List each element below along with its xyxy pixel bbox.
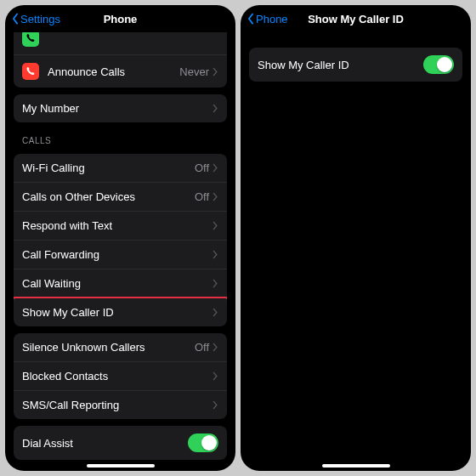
group-silence: Silence Unknown Callers Off Blocked Cont… xyxy=(14,333,227,419)
row-label: My Number xyxy=(22,102,212,115)
chevron-right-icon xyxy=(212,104,218,113)
chevron-right-icon xyxy=(212,400,218,410)
row-my-number[interactable]: My Number xyxy=(14,94,227,122)
row-calls-other-devices[interactable]: Calls on Other Devices Off xyxy=(14,182,227,211)
chevron-right-icon xyxy=(212,163,218,173)
row-respond-text[interactable]: Respond with Text xyxy=(14,211,227,240)
back-button[interactable]: Phone xyxy=(246,13,288,26)
right-screen: Phone Show My Caller ID Show My Caller I… xyxy=(241,5,471,471)
row-call-waiting[interactable]: Call Waiting xyxy=(14,269,227,298)
nav-title: Show My Caller ID xyxy=(308,13,404,26)
navbar: Phone Show My Caller ID xyxy=(241,5,471,32)
caller-id-toggle[interactable] xyxy=(423,55,454,74)
chevron-right-icon xyxy=(212,279,218,288)
row-show-caller-id[interactable]: Show My Caller ID xyxy=(14,298,227,326)
row-show-caller-id-toggle[interactable]: Show My Caller ID xyxy=(249,48,462,82)
row-announce-calls[interactable]: Announce Calls Never xyxy=(14,54,227,88)
row-partial[interactable] xyxy=(14,32,227,54)
back-button[interactable]: Settings xyxy=(10,13,60,26)
announce-icon xyxy=(22,63,39,80)
left-screen: Settings Phone Announce Calls Never xyxy=(5,5,235,471)
nav-title: Phone xyxy=(104,13,138,26)
chevron-left-icon xyxy=(10,13,20,25)
row-value: Never xyxy=(179,65,209,78)
group-top: Announce Calls Never xyxy=(14,32,227,88)
chevron-right-icon xyxy=(212,308,218,317)
home-indicator[interactable] xyxy=(322,464,390,468)
row-dial-assist[interactable]: Dial Assist xyxy=(14,426,227,460)
row-silence-unknown[interactable]: Silence Unknown Callers Off xyxy=(14,333,227,361)
home-indicator[interactable] xyxy=(87,464,155,468)
back-label: Phone xyxy=(256,13,288,26)
caller-id-content: Show My Caller ID xyxy=(241,32,471,471)
chevron-right-icon xyxy=(212,343,218,352)
chevron-right-icon xyxy=(212,67,218,76)
row-wifi-calling[interactable]: Wi-Fi Calling Off xyxy=(14,154,227,182)
row-sms-call-reporting[interactable]: SMS/Call Reporting xyxy=(14,390,227,419)
group-caller-id-toggle: Show My Caller ID xyxy=(249,48,462,82)
group-calls: Wi-Fi Calling Off Calls on Other Devices… xyxy=(14,154,227,326)
chevron-right-icon xyxy=(212,192,218,201)
group-mynumber: My Number xyxy=(14,94,227,122)
navbar: Settings Phone xyxy=(5,5,235,32)
row-blocked-contacts[interactable]: Blocked Contacts xyxy=(14,361,227,390)
settings-content: Announce Calls Never My Number CALLS Wi-… xyxy=(5,32,235,471)
chevron-right-icon xyxy=(212,371,218,381)
calls-header: CALLS xyxy=(10,129,230,147)
chevron-left-icon xyxy=(246,13,256,25)
dial-assist-toggle[interactable] xyxy=(188,434,218,452)
back-label: Settings xyxy=(20,13,60,26)
chevron-right-icon xyxy=(212,250,218,259)
row-label: Announce Calls xyxy=(48,65,179,78)
chevron-right-icon xyxy=(212,221,218,230)
phone-icon xyxy=(22,32,39,47)
row-call-forwarding[interactable]: Call Forwarding xyxy=(14,240,227,269)
group-dial-assist: Dial Assist xyxy=(14,426,227,460)
